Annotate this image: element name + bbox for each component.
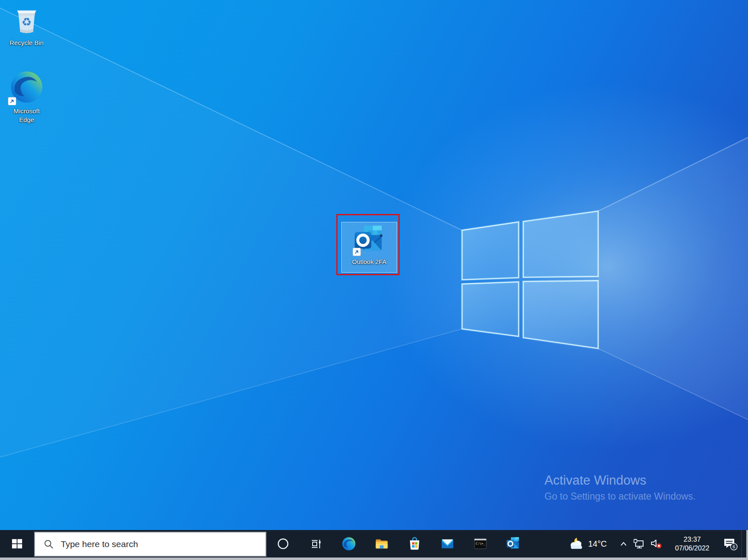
taskbar: Type here to search: [0, 530, 748, 558]
windows-start-icon: [11, 538, 23, 550]
system-tray: 14°C: [555, 530, 748, 558]
microsoft-store-button[interactable]: [398, 530, 431, 558]
start-button[interactable]: [0, 530, 34, 558]
file-explorer-folder-icon: [374, 536, 389, 551]
outlook-icon: [506, 536, 521, 551]
command-prompt-icon: C:\>_: [473, 536, 488, 551]
partly-cloudy-night-icon: [569, 537, 585, 551]
shortcut-arrow-icon: [8, 97, 16, 105]
screenshot-border-bottom: [0, 558, 748, 560]
ethernet-network-icon: [633, 538, 645, 550]
edge-icon: [341, 536, 356, 551]
desktop-icon-outlook-2fa[interactable]: Outlook 2FA: [341, 222, 397, 273]
desktop-wallpaper[interactable]: Activate Windows Go to Settings to activ…: [0, 0, 748, 560]
desktop-icon-recycle-bin[interactable]: ♻ Recycle Bin: [3, 5, 50, 47]
edge-button[interactable]: [332, 530, 365, 558]
temperature-label: 14°C: [588, 539, 607, 549]
clock[interactable]: 23:37 07/06/2022: [669, 535, 716, 553]
search-input[interactable]: Type here to search: [34, 532, 266, 557]
icon-label: Recycle Bin: [10, 38, 44, 47]
task-view-button[interactable]: [299, 530, 332, 558]
icon-label: Microsoft Edge: [7, 107, 47, 124]
search-placeholder: Type here to search: [61, 539, 138, 549]
watermark-subtitle: Go to Settings to activate Windows.: [544, 491, 696, 502]
microsoft-store-icon: [407, 536, 422, 551]
desktop-icon-microsoft-edge[interactable]: Microsoft Edge: [3, 69, 50, 124]
action-center-icon: 6: [722, 536, 738, 552]
network-status-button[interactable]: [631, 538, 647, 550]
screenshot-border-right: [746, 530, 748, 560]
task-view-icon: [309, 537, 323, 550]
volume-button[interactable]: [647, 538, 666, 549]
svg-text:C:\>_: C:\>_: [475, 542, 485, 545]
chevron-up-icon: [619, 541, 628, 547]
weather-widget[interactable]: 14°C: [555, 537, 616, 551]
outlook-button[interactable]: [497, 530, 529, 558]
cortana-circle-icon: [277, 538, 289, 550]
annotation-red-box: Outlook 2FA: [336, 214, 400, 275]
tray-expand-button[interactable]: [616, 541, 631, 547]
taskbar-buttons: C:\>_: [266, 530, 529, 558]
recycle-symbol: ♻: [22, 15, 32, 28]
mail-button[interactable]: [431, 530, 464, 558]
search-icon: [43, 539, 54, 550]
clock-date: 07/06/2022: [669, 544, 716, 553]
shortcut-arrow-icon: [353, 248, 361, 256]
command-prompt-button[interactable]: C:\>_: [464, 530, 497, 558]
volume-muted-icon: [650, 538, 663, 549]
icon-label: Outlook 2FA: [352, 257, 387, 266]
recycle-bin-icon: ♻: [13, 5, 40, 37]
show-desktop-button[interactable]: [741, 530, 746, 558]
windows-desktop: Activate Windows Go to Settings to activ…: [0, 0, 748, 560]
action-center-button[interactable]: 6: [719, 536, 741, 552]
activate-windows-watermark: Activate Windows Go to Settings to activ…: [544, 473, 696, 502]
watermark-title: Activate Windows: [544, 473, 696, 488]
file-explorer-button[interactable]: [365, 530, 398, 558]
notification-count-badge: 6: [733, 544, 735, 549]
cortana-button[interactable]: [266, 530, 299, 558]
mail-icon: [440, 536, 455, 551]
clock-time: 23:37: [669, 535, 716, 544]
